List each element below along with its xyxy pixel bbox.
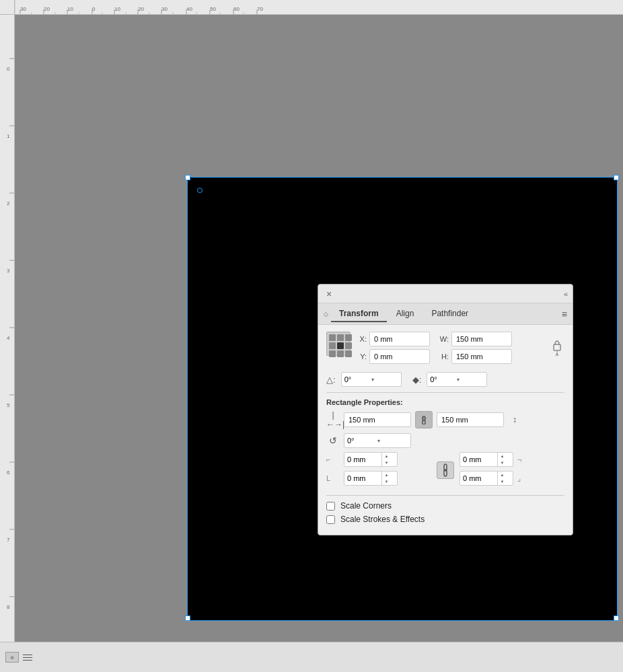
handle-top-left[interactable]	[185, 175, 190, 180]
panel-titlebar: × «	[318, 285, 573, 303]
corner-tl-down-arrow[interactable]: ▼	[382, 459, 391, 466]
handle-bottom-right[interactable]	[614, 615, 619, 621]
hamburger-line-2	[23, 657, 32, 658]
handle-top-right[interactable]	[614, 175, 619, 180]
corner-tr-input-group: ▲ ▼	[460, 452, 513, 467]
ref-dot-tl[interactable]	[329, 334, 336, 341]
ref-dot-bl[interactable]	[329, 350, 336, 357]
scale-corners-row: Scale Corners	[326, 501, 564, 511]
hamburger-line-1	[23, 655, 32, 655]
tab-align[interactable]: Align	[388, 306, 423, 322]
constrain-proportions-icon[interactable]	[550, 332, 564, 361]
ruler-corner	[0, 0, 15, 15]
svg-text:30: 30	[20, 6, 26, 12]
ref-dot-tc[interactable]	[337, 334, 344, 341]
h-label: H:	[438, 352, 449, 361]
corner-tl-icon: ⌐	[326, 455, 340, 463]
ref-dot-mc[interactable]	[337, 342, 344, 349]
svg-text:20: 20	[44, 6, 50, 12]
corner-tr-input[interactable]	[460, 453, 497, 466]
scale-strokes-row: Scale Strokes & Effects	[326, 515, 564, 524]
corner-bl-input[interactable]	[344, 472, 381, 485]
transform-panel: × « ◇ Transform Align Pathfinder ≡	[318, 284, 573, 535]
svg-text:7: 7	[7, 537, 10, 543]
corner-bl-down-arrow[interactable]: ▼	[382, 478, 391, 485]
w-label: W:	[438, 335, 449, 343]
angle2-chevron-icon: ▾	[457, 377, 484, 383]
scale-strokes-label[interactable]: Scale Strokes & Effects	[340, 515, 425, 524]
bottom-hamburger-button[interactable]	[22, 652, 35, 663]
panel-collapse-button[interactable]: «	[564, 290, 567, 298]
svg-text:70: 70	[257, 6, 263, 12]
ref-dot-br[interactable]	[345, 350, 352, 357]
section-divider-1	[326, 392, 564, 393]
x-label: X:	[356, 335, 367, 343]
ruler-left: 0 1 2 3 4 5 6 7 8	[0, 0, 15, 672]
handle-bottom-left[interactable]	[185, 615, 190, 621]
ref-dot-bc[interactable]	[337, 350, 344, 357]
ref-dot-ml[interactable]	[329, 342, 336, 349]
corner-tr-up-arrow[interactable]: ▲	[498, 453, 507, 459]
svg-rect-51	[554, 344, 560, 350]
scale-strokes-checkbox[interactable]	[326, 515, 335, 524]
corner-tr-down-arrow[interactable]: ▼	[498, 459, 507, 466]
x-input[interactable]	[369, 332, 430, 346]
ref-dot-mr[interactable]	[345, 342, 352, 349]
tab-pathfinder[interactable]: Pathfinder	[423, 306, 476, 322]
corner-br-arrows: ▲ ▼	[497, 472, 507, 485]
panel-body: X: W: Y: H:	[318, 325, 573, 535]
rect-rotate-chevron-icon: ▾	[377, 438, 408, 444]
reference-point-grid[interactable]	[326, 332, 351, 356]
angle-row: △: 0° ▾ ◆: 0° ▾	[326, 372, 564, 387]
transform-diamond-icon: ◇	[324, 311, 328, 318]
svg-text:10: 10	[67, 6, 73, 12]
rect-width-input[interactable]	[344, 412, 411, 427]
corner-link-button[interactable]	[437, 461, 454, 479]
bottom-collapse-button[interactable]: «	[5, 652, 19, 663]
panel-tabs: ◇ Transform Align Pathfinder ≡	[318, 303, 573, 325]
svg-text:20: 20	[138, 6, 144, 12]
svg-text:40: 40	[186, 6, 192, 12]
rect-width-icon: |←→|	[326, 410, 340, 429]
hamburger-line-3	[23, 660, 32, 661]
corner-br-row: ▲ ▼ ⌟	[460, 471, 564, 486]
y-input[interactable]	[369, 349, 430, 364]
rect-rotate-icon: ↺	[326, 435, 340, 446]
rect-link-proportions-button[interactable]: 8	[415, 411, 433, 428]
ref-dot-tr[interactable]	[345, 334, 352, 341]
angle1-chevron-icon: ▾	[371, 377, 398, 383]
corner-bl-icon: L	[326, 474, 340, 482]
rotation-angle-select[interactable]: 0° ▾	[341, 372, 402, 387]
corner-tr-icon: ¬	[517, 455, 531, 463]
corner-br-icon: ⌟	[517, 474, 531, 483]
corner-br-input[interactable]	[460, 472, 497, 485]
svg-text:50: 50	[210, 6, 216, 12]
panel-menu-button[interactable]: ≡	[562, 309, 567, 320]
corner-bl-arrows: ▲ ▼	[381, 472, 391, 485]
shear-icon: ◆:	[412, 375, 422, 385]
corner-bl-up-arrow[interactable]: ▲	[382, 472, 391, 478]
rectangle-properties-label: Rectangle Properties:	[326, 398, 564, 406]
rect-height-input[interactable]	[437, 412, 504, 427]
corner-br-up-arrow[interactable]: ▲	[498, 472, 507, 478]
origin-point[interactable]	[197, 188, 203, 193]
panel-close-button[interactable]: ×	[324, 289, 334, 299]
h-input[interactable]	[451, 349, 512, 364]
canvas-area: × « ◇ Transform Align Pathfinder ≡	[15, 15, 623, 672]
shear-angle-select[interactable]: 0° ▾	[427, 372, 487, 387]
corner-tl-input[interactable]	[344, 453, 381, 466]
rect-rotation-select[interactable]: 0° ▾	[344, 433, 411, 448]
w-input[interactable]	[451, 332, 512, 346]
rotate-icon: △:	[326, 375, 336, 385]
svg-text:60: 60	[233, 6, 240, 12]
corner-bl-row: L ▲ ▼	[326, 471, 431, 486]
corner-tl-up-arrow[interactable]: ▲	[382, 453, 391, 459]
tab-transform[interactable]: Transform	[331, 306, 387, 322]
scale-corners-checkbox[interactable]	[326, 502, 335, 511]
svg-text:0: 0	[92, 6, 96, 12]
scale-corners-label[interactable]: Scale Corners	[340, 501, 392, 511]
corner-bl-input-group: ▲ ▼	[344, 471, 398, 486]
svg-text:1: 1	[7, 133, 10, 139]
svg-text:30: 30	[161, 6, 168, 12]
corner-br-down-arrow[interactable]: ▼	[498, 478, 507, 485]
